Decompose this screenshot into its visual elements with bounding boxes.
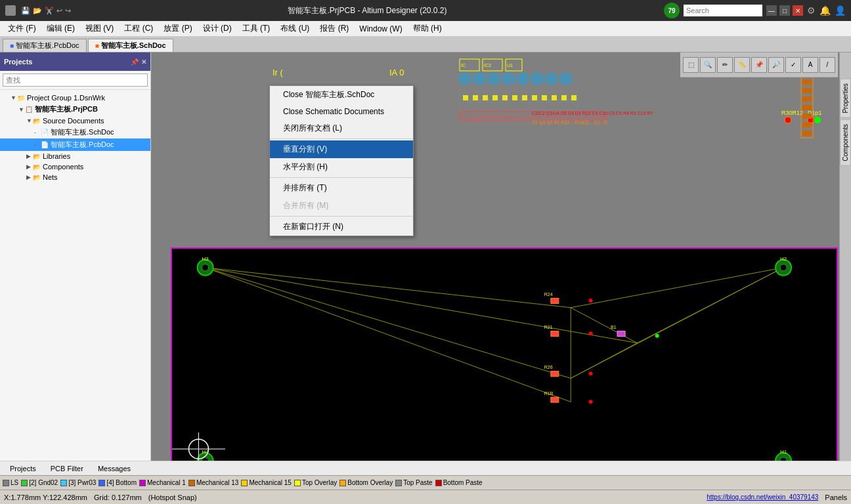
tree-item-libraries[interactable]: ▶ 📂 Libraries bbox=[0, 151, 150, 161]
title-bar: 💾 📂 ✂️ ↩ ↪ 智能车主板.PrjPCB - Altium Designe… bbox=[0, 0, 851, 21]
close-button[interactable]: ✕ bbox=[793, 5, 803, 16]
tree-item-components[interactable]: ▶ 📂 Components bbox=[0, 161, 150, 172]
sidebar-close-btn[interactable]: ✕ bbox=[141, 58, 146, 66]
notification-icon[interactable]: 🔔 bbox=[819, 5, 831, 16]
pcb-btn-drc[interactable]: ✓ bbox=[785, 57, 801, 73]
layer-bottom[interactable]: [4] Bottom bbox=[98, 479, 137, 486]
status-url[interactable]: https://blog.csdn.net/weixin_40379143 bbox=[707, 494, 818, 501]
sch-tab-icon: ■ bbox=[95, 42, 99, 49]
tree-item-prjpcb[interactable]: ▼ 📋 智能车主板.PrjPCB bbox=[0, 103, 150, 116]
svg-rect-32 bbox=[542, 95, 547, 100]
layer-mech1[interactable]: Mechanical 1 bbox=[139, 479, 186, 486]
layer-ls-color bbox=[3, 480, 9, 486]
tb-icon3[interactable]: ✂️ bbox=[45, 7, 54, 15]
menu-project[interactable]: 工程 (C) bbox=[119, 22, 158, 35]
tree-item-source-docs[interactable]: ▼ 📂 Source Documents bbox=[0, 116, 150, 126]
layer-pwr03[interactable]: [3] Pwr03 bbox=[60, 479, 96, 486]
svg-text:C2 Q3 Q5 R1 R22... R26D2... Q1: C2 Q3 Q5 R1 R22... R26D2... Q1...D bbox=[532, 120, 607, 125]
menu-route[interactable]: 布线 (U) bbox=[275, 22, 315, 35]
layer-bottom-overlay-color bbox=[339, 480, 346, 486]
maximize-button[interactable]: □ bbox=[779, 5, 790, 16]
tb-icon4[interactable]: ↩ bbox=[56, 7, 62, 15]
pcb-board-svg: H3 H2 H4 H1 R bbox=[172, 249, 837, 484]
ctx-merge-all: 合并所有 (M) bbox=[270, 197, 413, 215]
menu-edit[interactable]: 编辑 (E) bbox=[41, 22, 80, 35]
layer-mech1-color bbox=[139, 480, 146, 486]
properties-panel-tab[interactable]: Properties bbox=[840, 79, 851, 118]
tb-icon2[interactable]: 📂 bbox=[33, 7, 42, 15]
user-icon[interactable]: 👤 bbox=[835, 5, 846, 16]
panels-label[interactable]: Panels bbox=[825, 494, 847, 501]
svg-rect-31 bbox=[532, 95, 537, 100]
svg-text:IC: IC bbox=[461, 63, 466, 68]
svg-line-59 bbox=[206, 268, 571, 379]
layer-gnd02[interactable]: [2] Gnd02 bbox=[21, 479, 58, 486]
menu-place[interactable]: 放置 (P) bbox=[158, 22, 197, 35]
ctx-close-schematic-docs[interactable]: Close Schematic Documents bbox=[270, 104, 413, 119]
ctx-horizontal-split[interactable]: 水平分割 (H) bbox=[270, 158, 413, 176]
ctx-vertical-split[interactable]: 垂直分割 (V) bbox=[270, 140, 413, 158]
layer-mech13[interactable]: Mechanical 13 bbox=[188, 479, 238, 486]
menu-help[interactable]: 帮助 (H) bbox=[408, 22, 447, 35]
tree-item-schdoc[interactable]: - 📄 智能车主板.SchDoc bbox=[0, 126, 150, 138]
ctx-tile-all[interactable]: 并排所有 (T) bbox=[270, 179, 413, 197]
menu-design[interactable]: 设计 (D) bbox=[198, 22, 237, 35]
layer-bottom-overlay[interactable]: Bottom Overlay bbox=[339, 479, 393, 486]
layer-top-paste[interactable]: Top Paste bbox=[395, 479, 432, 486]
svg-rect-83 bbox=[551, 331, 559, 337]
svg-rect-33 bbox=[552, 95, 557, 100]
menu-tools[interactable]: 工具 (T) bbox=[237, 22, 276, 35]
settings-icon[interactable]: ⚙ bbox=[807, 5, 816, 16]
pcb-btn-measure[interactable]: 📏 bbox=[734, 57, 750, 73]
pcb-btn-route[interactable]: ✏ bbox=[717, 57, 733, 73]
layer-mech1-label: Mechanical 1 bbox=[147, 479, 186, 486]
layer-bottom-overlay-label: Bottom Overlay bbox=[347, 479, 393, 486]
app-title: 智能车主板.PrjPCB - Altium Designer (20.0.2) bbox=[71, 5, 664, 16]
pcb-btn-mark[interactable]: 📌 bbox=[751, 57, 767, 73]
layer-mech15[interactable]: Mechanical 15 bbox=[241, 479, 291, 486]
pcb-btn-line[interactable]: / bbox=[819, 57, 835, 73]
bottom-tab-projects[interactable]: Projects bbox=[3, 463, 43, 474]
svg-rect-24 bbox=[463, 95, 468, 100]
svg-point-9 bbox=[477, 76, 482, 81]
ctx-close-all[interactable]: 关闭所有文档 (L) bbox=[270, 119, 413, 137]
layer-ls[interactable]: LS bbox=[3, 479, 18, 486]
pcb-board[interactable]: H3 H2 H4 H1 R bbox=[172, 249, 837, 484]
menu-window[interactable]: Window (W) bbox=[354, 23, 407, 35]
ctx-open-new-window[interactable]: 在新窗口打开 (N) bbox=[270, 218, 413, 236]
svg-point-13 bbox=[506, 76, 511, 81]
menu-report[interactable]: 报告 (R) bbox=[315, 22, 354, 35]
ctx-sep1 bbox=[270, 138, 413, 139]
pcb-btn-select[interactable]: ⬚ bbox=[683, 57, 699, 73]
layer-top-overlay[interactable]: Top Overlay bbox=[294, 479, 337, 486]
pcb-btn-text[interactable]: A bbox=[802, 57, 818, 73]
layer-top-paste-label: Top Paste bbox=[403, 479, 432, 486]
right-panel: Properties Components bbox=[839, 52, 851, 486]
svg-line-65 bbox=[571, 343, 637, 379]
search-input[interactable] bbox=[684, 5, 762, 16]
svg-rect-27 bbox=[492, 95, 498, 100]
tb-icon1[interactable]: 💾 bbox=[21, 7, 30, 15]
pcb-btn-zoom[interactable]: 🔍 bbox=[700, 57, 716, 73]
tree-item-nets[interactable]: ▶ 📂 Nets bbox=[0, 172, 150, 182]
sidebar-pin-btn[interactable]: 📌 bbox=[131, 58, 139, 66]
tb-icon5[interactable]: ↪ bbox=[65, 7, 71, 15]
menu-view[interactable]: 视图 (V) bbox=[80, 22, 119, 35]
pcb-btn-inspect[interactable]: 🔎 bbox=[768, 57, 784, 73]
tree-item-pcbdoc[interactable]: - 📄 智能车主板.PcbDoc bbox=[0, 138, 150, 151]
bottom-tab-pcb-filter[interactable]: PCB Filter bbox=[43, 463, 91, 474]
svg-rect-34 bbox=[561, 95, 567, 100]
tab-pcbdoc[interactable]: ■ 智能车主板.PcbDoc bbox=[3, 39, 87, 52]
bottom-tab-messages[interactable]: Messages bbox=[91, 463, 138, 474]
minimize-button[interactable]: — bbox=[766, 5, 777, 16]
ctx-close-schdoc[interactable]: Close 智能车主板.SchDoc bbox=[270, 86, 413, 104]
layer-bottom-paste[interactable]: Bottom Paste bbox=[435, 479, 483, 486]
svg-point-81 bbox=[589, 299, 593, 303]
svg-rect-86 bbox=[617, 331, 625, 337]
menu-file[interactable]: 文件 (F) bbox=[3, 22, 41, 35]
svg-text:H2: H2 bbox=[780, 256, 787, 262]
tab-schdoc[interactable]: ■ 智能车主板.SchDoc bbox=[88, 39, 173, 52]
components-panel-tab[interactable]: Components bbox=[840, 119, 851, 166]
tree-item-project-group[interactable]: ▼ 📁 Project Group 1.DsnWrk bbox=[0, 93, 150, 103]
sidebar-search-input[interactable] bbox=[3, 74, 148, 87]
